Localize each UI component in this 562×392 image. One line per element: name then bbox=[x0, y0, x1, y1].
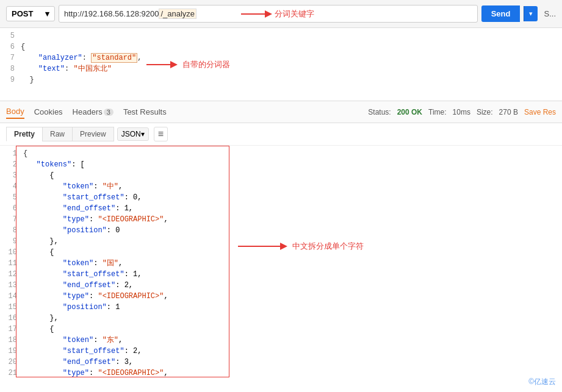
status-value: 200 OK bbox=[397, 108, 422, 116]
tab-headers[interactable]: Headers3 bbox=[73, 105, 113, 118]
view-tab-preview[interactable]: Preview bbox=[72, 127, 114, 141]
size-label: Size: bbox=[477, 108, 493, 116]
response-body[interactable]: 1 { 2 "tokens": [ 3 { 4 "token": "中", bbox=[0, 146, 562, 377]
resp-line-7: 7 "type": "<IDEOGRAPHIC>", bbox=[2, 214, 562, 225]
resp-line-11: 11 "token": "国", bbox=[2, 258, 562, 269]
save-button[interactable]: S... bbox=[544, 9, 556, 18]
url-prefix: http://192.168.56.128:9200 bbox=[64, 9, 159, 18]
resp-line-2: 2 "tokens": [ bbox=[2, 159, 562, 170]
resp-line-15: 15 "position": 1 bbox=[2, 302, 562, 313]
request-body: 5 6 { 7 "analyzer": "standard", 8 "text"… bbox=[0, 28, 562, 101]
tab-body[interactable]: Body bbox=[6, 105, 24, 119]
headers-badge: 3 bbox=[104, 109, 113, 116]
req-line-8: 8 "text": "中国东北" bbox=[0, 63, 562, 74]
resp-line-5: 5 "start_offset": 0, bbox=[2, 192, 562, 203]
method-label: POST bbox=[12, 9, 33, 18]
tab-cookies[interactable]: Cookies bbox=[34, 105, 63, 118]
resp-line-12: 12 "start_offset": 1, bbox=[2, 269, 562, 280]
send-dropdown-button[interactable]: ▾ bbox=[524, 6, 538, 21]
status-info: Status: 200 OK Time: 10ms Size: 270 B Sa… bbox=[368, 108, 556, 116]
req-line-7: 7 "analyzer": "standard", bbox=[0, 52, 562, 63]
url-path: /_analyze bbox=[159, 9, 196, 19]
tab-test-results[interactable]: Test Results bbox=[123, 105, 167, 118]
view-tabs: Pretty Raw Preview JSON ▾ ≡ bbox=[0, 123, 562, 146]
method-select[interactable]: POST ▾ bbox=[6, 6, 55, 21]
time-value: 10ms bbox=[453, 108, 470, 116]
wrap-icon[interactable]: ≡ bbox=[154, 127, 168, 141]
view-tab-raw[interactable]: Raw bbox=[42, 127, 73, 141]
format-chevron-icon: ▾ bbox=[141, 130, 145, 138]
req-line-5: 5 bbox=[0, 30, 562, 41]
resp-line-20: 20 "end_offset": 3, bbox=[2, 357, 562, 368]
req-line-9: 9 } bbox=[0, 74, 562, 85]
response-tabs-bar: Body Cookies Headers3 Test Results Statu… bbox=[0, 101, 562, 123]
resp-line-8: 8 "position": 0 bbox=[2, 225, 562, 236]
time-label: Time: bbox=[428, 108, 447, 116]
resp-line-14: 14 "type": "<IDEOGRAPHIC>", bbox=[2, 291, 562, 302]
send-button[interactable]: Send bbox=[481, 5, 521, 22]
url-input[interactable]: http://192.168.56.128:9200/_analyze bbox=[59, 5, 478, 23]
format-label: JSON bbox=[121, 130, 141, 138]
size-value: 270 B bbox=[499, 108, 518, 116]
req-line-6: 6 { bbox=[0, 41, 562, 52]
resp-line-4: 4 "token": "中", bbox=[2, 181, 562, 192]
view-tab-pretty[interactable]: Pretty bbox=[6, 127, 43, 141]
resp-line-19: 19 "start_offset": 2, bbox=[2, 346, 562, 357]
method-chevron-icon: ▾ bbox=[45, 9, 49, 18]
resp-line-1: 1 { bbox=[2, 148, 562, 159]
resp-line-10: 10 { bbox=[2, 247, 562, 258]
resp-line-6: 6 "end_offset": 1, bbox=[2, 203, 562, 214]
resp-line-17: 17 { bbox=[2, 324, 562, 335]
save-response-button[interactable]: Save Res bbox=[524, 108, 556, 116]
request-code: 5 6 { 7 "analyzer": "standard", 8 "text"… bbox=[0, 28, 562, 88]
watermark: ©亿速云 bbox=[528, 377, 556, 387]
status-label: Status: bbox=[368, 108, 391, 116]
resp-line-21: 21 "type": "<IDEOGRAPHIC>", bbox=[2, 368, 562, 377]
toolbar: POST ▾ http://192.168.56.128:9200/_analy… bbox=[0, 0, 562, 28]
resp-line-3: 3 { bbox=[2, 170, 562, 181]
main-container: POST ▾ http://192.168.56.128:9200/_analy… bbox=[0, 0, 562, 392]
response-code: 1 { 2 "tokens": [ 3 { 4 "token": "中", bbox=[0, 146, 562, 377]
resp-line-9: 9 }, bbox=[2, 236, 562, 247]
format-select[interactable]: JSON ▾ bbox=[117, 127, 149, 141]
resp-line-18: 18 "token": "东", bbox=[2, 335, 562, 346]
resp-line-16: 16 }, bbox=[2, 313, 562, 324]
resp-line-13: 13 "end_offset": 2, bbox=[2, 280, 562, 291]
